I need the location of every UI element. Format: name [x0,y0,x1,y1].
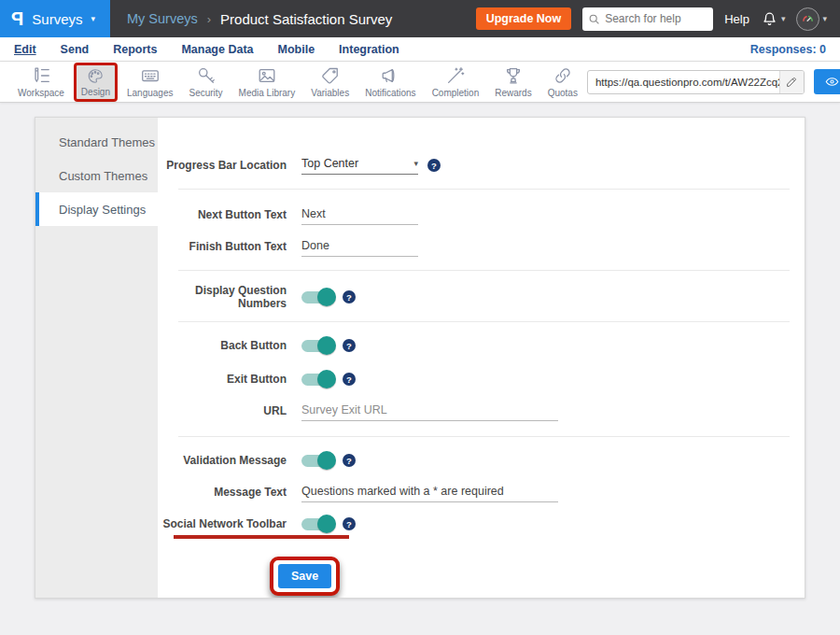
display-question-numbers-toggle[interactable] [301,291,333,303]
exit-button-toggle[interactable] [301,374,333,386]
gauge-icon [800,11,816,27]
help-icon[interactable]: ? [343,517,356,530]
selected-option: Top Center [301,157,358,170]
message-text-row: Message Text [158,480,805,504]
annotation-box-save: Save [270,557,340,596]
next-button-text-input[interactable] [301,205,418,225]
tab-integration[interactable]: Integration [339,43,399,56]
responses-count[interactable]: Responses: 0 [750,43,826,56]
toolbar-item-quotas[interactable]: Quotas [541,63,584,102]
display-question-numbers-row: Display Question Numbers ? [158,284,805,310]
toolbar-label: Rewards [495,88,531,98]
help-icon[interactable]: ? [343,339,356,352]
upgrade-now-button[interactable]: Upgrade Now [476,7,572,30]
help-icon[interactable]: ? [427,159,441,172]
chevron-down-icon: ▾ [413,159,418,168]
key-icon [196,65,217,86]
message-text-label: Message Text [158,486,301,499]
tab-mobile[interactable]: Mobile [278,43,315,56]
product-menu[interactable]: P Surveys ▾ [0,0,110,37]
keyboard-icon [140,65,161,86]
toolbar-label: Design [81,87,110,97]
breadcrumb: My Surveys › Product Satisfaction Survey [127,11,392,27]
exit-button-label: Exit Button [158,373,301,386]
survey-nav: Edit Send Reports Manage Data Mobile Int… [0,37,840,62]
toolbar-item-notifications[interactable]: Notifications [358,63,422,102]
social-network-toolbar-toggle[interactable] [301,518,333,530]
design-sidebar: Standard Themes Custom Themes Display Se… [35,118,158,598]
breadcrumb-separator-icon: › [207,12,211,26]
social-network-toolbar-label: Social Network Toolbar [158,517,301,530]
breadcrumb-my-surveys[interactable]: My Surveys [127,11,198,26]
eye-icon [825,75,839,89]
toolbar-item-workspace[interactable]: Workspace [11,63,71,102]
design-settings-card: Standard Themes Custom Themes Display Se… [35,117,805,599]
toolbar-item-variables[interactable]: Variables [304,63,356,102]
next-button-text-label: Next Button Text [158,208,301,221]
display-settings-panel: Progress Bar Location Top Center ▾ ? Nex… [158,118,805,598]
sidebar-item-display-settings[interactable]: Display Settings [35,192,158,226]
finish-button-text-label: Finish Button Text [158,240,301,253]
questionpro-logo: P [11,8,23,30]
message-text-input[interactable] [301,483,558,502]
exit-button-row: Exit Button ? [158,367,805,391]
finish-button-text-input[interactable] [301,237,418,257]
progress-bar-location-select[interactable]: Top Center ▾ [301,157,418,175]
toolbar-item-rewards[interactable]: Rewards [488,63,538,102]
exit-url-input[interactable] [301,402,558,421]
toolbar-label: Media Library [239,88,296,98]
progress-bar-location-row: Progress Bar Location Top Center ▾ ? [158,153,805,177]
exit-url-label: URL [158,404,301,417]
toolbar-item-languages[interactable]: Languages [120,63,180,102]
divider [178,189,790,190]
toolbar-item-completion[interactable]: Completion [426,63,486,102]
help-icon[interactable]: ? [343,454,356,467]
survey-url-field[interactable]: https://qa.questionpro.com/t/AW22Zcq2J [587,70,805,94]
toolbar-label: Quotas [548,88,578,98]
edit-url-button[interactable] [779,71,804,93]
toolbar-label: Security [189,88,222,98]
help-icon[interactable]: ? [343,290,356,303]
preview-button[interactable]: Preview [814,69,840,94]
sidebar-item-standard-themes[interactable]: Standard Themes [35,125,158,159]
megaphone-icon [380,65,400,86]
divider [178,321,790,322]
sidebar-item-custom-themes[interactable]: Custom Themes [35,159,158,192]
toolbar-item-security[interactable]: Security [182,63,229,102]
trophy-icon [503,65,524,86]
tab-reports[interactable]: Reports [113,43,157,56]
tab-send[interactable]: Send [61,43,90,56]
back-button-toggle[interactable] [301,340,333,352]
validation-message-toggle[interactable] [301,455,333,467]
account-menu[interactable]: ▾ [796,7,827,31]
progress-bar-location-label: Progress Bar Location [158,159,301,172]
edit-toolbar: Workspace Design Languages Security Medi… [0,62,840,103]
toolbar-item-media-library[interactable]: Media Library [232,63,302,102]
finish-button-text-row: Finish Button Text [158,234,805,259]
tab-edit[interactable]: Edit [14,43,36,56]
social-network-toolbar-row: Social Network Toolbar ? [158,512,805,536]
tab-manage-data[interactable]: Manage Data [181,43,253,56]
next-button-text-row: Next Button Text [158,203,805,227]
avatar [796,7,819,31]
toolbar-item-design[interactable]: Design [74,63,118,102]
toolbar-label: Languages [127,88,174,98]
divider [178,270,790,271]
notifications-menu[interactable]: ▾ [761,10,786,28]
help-icon[interactable]: ? [343,373,356,386]
survey-url-text: https://qa.questionpro.com/t/AW22Zcq2J [588,77,779,88]
bell-icon [761,10,778,28]
tag-icon [320,65,341,86]
search-input[interactable] [582,7,713,31]
display-question-numbers-label: Display Question Numbers [158,284,301,310]
help-link[interactable]: Help [724,12,749,26]
chevron-down-icon: ▾ [781,14,786,23]
save-button[interactable]: Save [278,564,331,588]
exit-url-row: URL [158,399,805,423]
chain-link-icon [553,65,573,86]
save-row: Save [158,557,805,596]
annotation-underline-social [174,535,349,539]
pencil-icon [786,76,798,88]
toolbar-label: Workspace [18,88,64,98]
back-button-label: Back Button [158,339,301,352]
